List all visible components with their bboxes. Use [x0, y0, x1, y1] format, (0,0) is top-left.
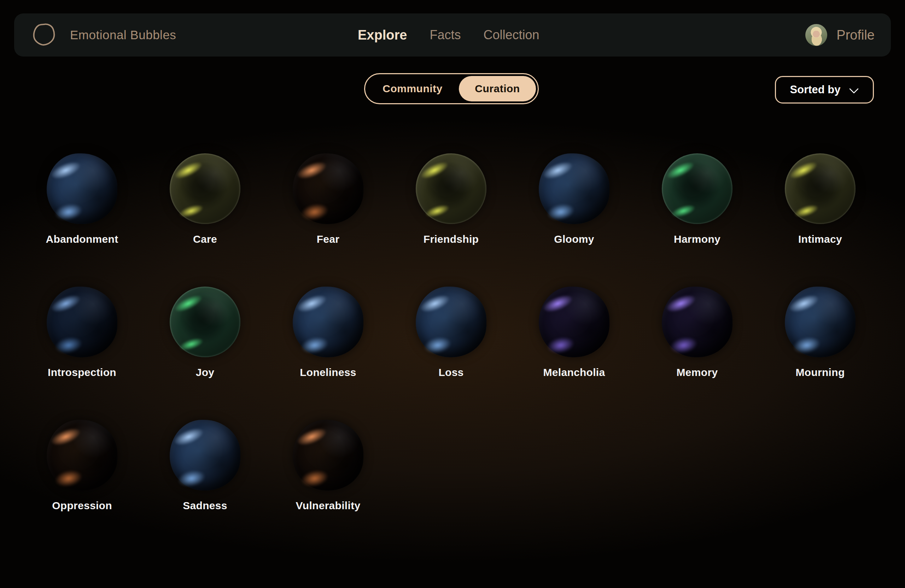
bubble-card-oppression[interactable]: Oppression — [21, 415, 143, 548]
bubble-label: Mourning — [759, 366, 882, 379]
bubble-harmony — [662, 153, 732, 224]
bubble-label: Fear — [267, 233, 390, 245]
bubble-label: Joy — [143, 366, 267, 379]
sort-button-label: Sorted by — [790, 83, 841, 96]
bubble-card-care[interactable]: Care — [143, 148, 267, 282]
bubble-abandonment — [47, 153, 117, 224]
bubble-label: Intimacy — [759, 233, 882, 245]
bubble-card-intimacy[interactable]: Intimacy — [759, 148, 882, 282]
navbar: Emotional Bubbles Explore Facts Collecti… — [14, 13, 891, 57]
bubble-card-sadness[interactable]: Sadness — [143, 415, 267, 548]
bubble-loneliness — [293, 287, 364, 357]
main-nav: Explore Facts Collection — [358, 13, 540, 57]
bubble-mourning — [785, 287, 856, 357]
bubble-card-loss[interactable]: Loss — [390, 282, 513, 415]
bubble-label: Friendship — [390, 233, 513, 245]
bubble-card-loneliness[interactable]: Loneliness — [267, 282, 390, 415]
bubble-vulnerability — [293, 420, 364, 490]
bubble-label: Loss — [390, 366, 513, 379]
bubble-oppression — [47, 420, 117, 490]
nav-tab-collection[interactable]: Collection — [483, 28, 539, 43]
bubble-card-memory[interactable]: Memory — [636, 282, 759, 415]
avatar — [805, 24, 827, 46]
profile-button[interactable]: Profile — [805, 13, 875, 57]
bubble-friendship — [416, 153, 486, 224]
nav-tab-facts[interactable]: Facts — [430, 28, 460, 43]
profile-label: Profile — [837, 28, 875, 43]
bubble-label: Harmony — [636, 233, 759, 245]
view-toggle: Community Curation — [364, 73, 539, 104]
bubble-card-abandonment[interactable]: Abandonment — [21, 148, 143, 282]
bubble-introspection — [47, 287, 117, 357]
bubble-label: Vulnerability — [267, 500, 390, 512]
bubble-card-mourning[interactable]: Mourning — [759, 282, 882, 415]
bubble-label: Gloomy — [513, 233, 636, 245]
app-title: Emotional Bubbles — [70, 28, 176, 42]
brand[interactable]: Emotional Bubbles — [31, 13, 176, 57]
bubble-label: Memory — [636, 366, 759, 379]
bubble-label: Loneliness — [267, 366, 390, 379]
bubble-label: Oppression — [21, 500, 143, 512]
chevron-down-icon — [849, 83, 859, 93]
toggle-option-community[interactable]: Community — [365, 74, 460, 103]
bubble-sadness — [170, 420, 240, 490]
bubble-care — [170, 153, 240, 224]
bubble-melancholia — [539, 287, 610, 357]
toggle-option-curation[interactable]: Curation — [459, 76, 536, 101]
bubble-loss — [416, 287, 486, 357]
bubble-label: Care — [143, 233, 267, 245]
bubble-intimacy — [785, 153, 856, 224]
bubble-card-vulnerability[interactable]: Vulnerability — [267, 415, 390, 548]
bubble-gloomy — [539, 153, 610, 224]
app-logo-icon — [31, 22, 57, 48]
bubble-fear — [293, 153, 364, 224]
bubble-grid: Abandonment Care Fear Friendship Gloomy … — [21, 148, 882, 548]
bubble-label: Abandonment — [21, 233, 143, 245]
bubble-label: Sadness — [143, 500, 267, 512]
bubble-memory — [662, 287, 732, 357]
bubble-label: Introspection — [21, 366, 143, 379]
bubble-label: Melancholia — [513, 366, 636, 379]
bubble-card-gloomy[interactable]: Gloomy — [513, 148, 636, 282]
sort-button[interactable]: Sorted by — [775, 76, 874, 103]
bubble-card-fear[interactable]: Fear — [267, 148, 390, 282]
bubble-joy — [170, 287, 240, 357]
bubble-card-joy[interactable]: Joy — [143, 282, 267, 415]
bubble-card-harmony[interactable]: Harmony — [636, 148, 759, 282]
nav-tab-explore[interactable]: Explore — [358, 28, 407, 43]
bubble-card-friendship[interactable]: Friendship — [390, 148, 513, 282]
bubble-card-melancholia[interactable]: Melancholia — [513, 282, 636, 415]
bubble-card-introspection[interactable]: Introspection — [21, 282, 143, 415]
